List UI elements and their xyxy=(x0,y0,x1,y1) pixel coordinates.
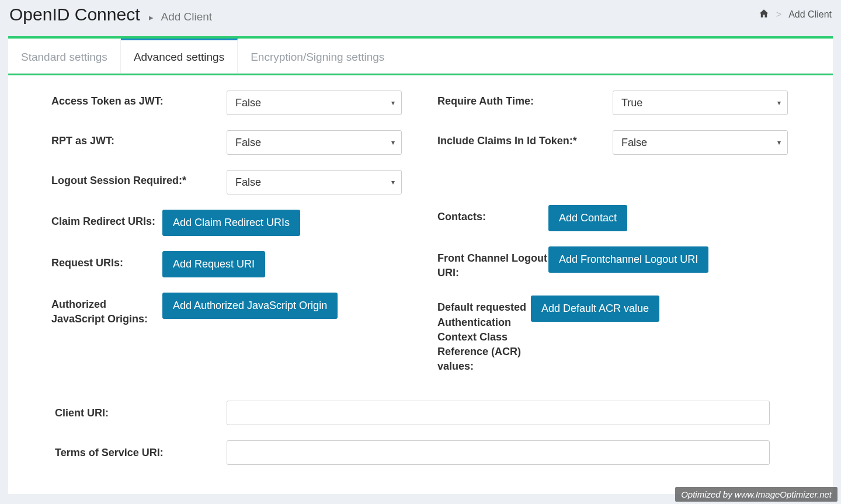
select-include-claims[interactable]: False xyxy=(613,130,788,155)
label-authorized-js: Authorized JavaScript Origins: xyxy=(51,293,162,326)
breadcrumb-current: Add Client xyxy=(788,9,832,20)
columns: Access Token as JWT: False RPT as JWT: F… xyxy=(51,91,800,389)
row-authorized-js: Authorized JavaScript Origins: Add Autho… xyxy=(51,293,414,326)
label-claim-redirect: Claim Redirect URIs: xyxy=(51,210,162,229)
page-subtitle: Add Client xyxy=(161,11,212,23)
caret-icon: ▸ xyxy=(149,12,154,23)
main-panel: Standard settings Advanced settings Encr… xyxy=(8,36,833,494)
row-claim-redirect: Claim Redirect URIs: Add Claim Redirect … xyxy=(51,210,414,236)
label-require-auth-time: Require Auth Time: xyxy=(437,91,613,107)
label-tos-uri: Terms of Service URI: xyxy=(51,447,227,459)
input-tos-uri[interactable] xyxy=(227,440,770,465)
add-default-acr-button[interactable]: Add Default ACR value xyxy=(531,296,659,322)
add-frontchannel-logout-button[interactable]: Add Frontchannel Logout URI xyxy=(548,246,708,273)
tab-encryption[interactable]: Encryption/Signing settings xyxy=(238,39,397,73)
tab-standard[interactable]: Standard settings xyxy=(8,39,121,73)
row-access-token-jwt: Access Token as JWT: False xyxy=(51,91,414,115)
label-logout-session: Logout Session Required:* xyxy=(51,170,227,187)
label-rpt-jwt: RPT as JWT: xyxy=(51,130,227,147)
add-contact-button[interactable]: Add Contact xyxy=(548,205,627,231)
row-contacts: Contacts: Add Contact xyxy=(437,205,800,231)
tab-advanced[interactable]: Advanced settings xyxy=(121,39,238,73)
row-include-claims: Include Claims In Id Token:* False xyxy=(437,130,800,155)
row-require-auth-time: Require Auth Time: True xyxy=(437,91,800,115)
right-column: Require Auth Time: True Include Claims I… xyxy=(437,91,800,389)
breadcrumb: > Add Client xyxy=(759,8,832,21)
row-tos-uri: Terms of Service URI: xyxy=(51,440,800,465)
label-client-uri: Client URI: xyxy=(51,407,227,419)
row-logout-session: Logout Session Required:* False xyxy=(51,170,414,194)
select-require-auth-time[interactable]: True xyxy=(613,91,788,115)
row-request-uris: Request URIs: Add Request URI xyxy=(51,251,414,277)
title-wrap: OpenID Connect ▸ Add Client xyxy=(9,5,212,25)
add-request-uri-button[interactable]: Add Request URI xyxy=(162,251,265,277)
row-front-channel: Front Channel Logout URI: Add Frontchann… xyxy=(437,246,800,280)
label-contacts: Contacts: xyxy=(437,205,548,224)
label-include-claims: Include Claims In Id Token:* xyxy=(437,130,613,147)
select-rpt-jwt[interactable]: False xyxy=(227,130,402,155)
label-default-acr: Default requested Authentication Context… xyxy=(437,296,531,374)
select-access-token-jwt[interactable]: False xyxy=(227,91,402,115)
home-icon[interactable] xyxy=(759,8,769,21)
label-request-uris: Request URIs: xyxy=(51,251,162,270)
breadcrumb-separator: > xyxy=(776,9,781,20)
page-title: OpenID Connect xyxy=(9,5,140,25)
page-header: OpenID Connect ▸ Add Client > Add Client xyxy=(0,0,841,32)
label-front-channel: Front Channel Logout URI: xyxy=(437,246,548,280)
label-access-token-jwt: Access Token as JWT: xyxy=(51,91,227,107)
form-area: Access Token as JWT: False RPT as JWT: F… xyxy=(8,75,833,494)
watermark: Optimized by www.ImageOptimizer.net xyxy=(675,487,837,499)
row-client-uri: Client URI: xyxy=(51,401,800,425)
row-rpt-jwt: RPT as JWT: False xyxy=(51,130,414,155)
add-authorized-js-button[interactable]: Add Authorized JavaScript Origin xyxy=(162,293,338,319)
row-default-acr: Default requested Authentication Context… xyxy=(437,296,800,374)
left-column: Access Token as JWT: False RPT as JWT: F… xyxy=(51,91,414,389)
add-claim-redirect-button[interactable]: Add Claim Redirect URIs xyxy=(162,210,300,236)
tabs: Standard settings Advanced settings Encr… xyxy=(8,39,833,74)
input-client-uri[interactable] xyxy=(227,401,770,425)
select-logout-session[interactable]: False xyxy=(227,170,402,194)
